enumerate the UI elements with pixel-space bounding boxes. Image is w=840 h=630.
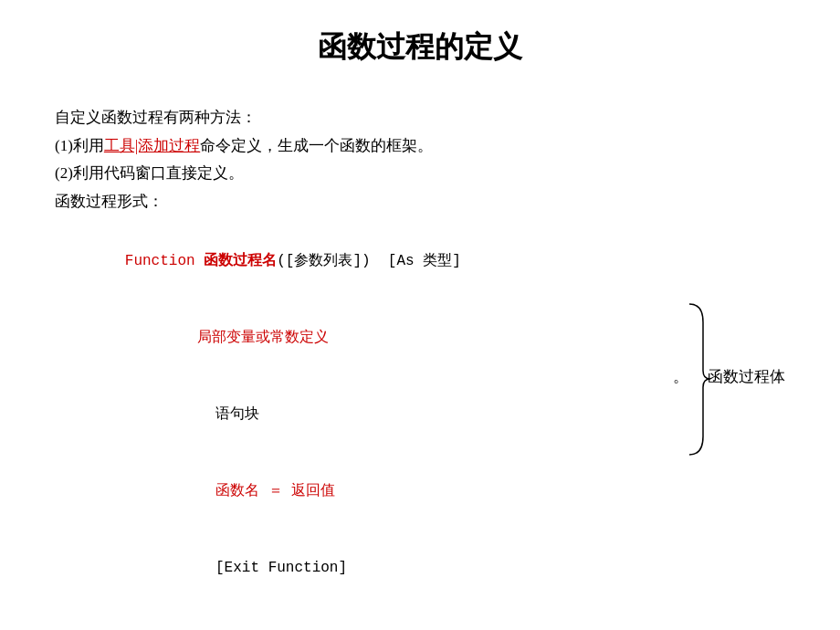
code-section: Function 函数过程名([参数列表]) [As 类型] 。 函数过程体 局… <box>55 223 785 630</box>
form-intro: 函数过程形式： <box>55 188 785 216</box>
code-line-exit: [Exit Function] <box>55 530 785 606</box>
code-line-assign1: 函数名 ＝ 返回值 <box>55 453 785 530</box>
intro-line1: 自定义函数过程有两种方法： <box>55 104 785 132</box>
tools-link: 工具|添加过程 <box>104 137 200 154</box>
page-title: 函数过程的定义 <box>55 27 785 68</box>
exit-text: [Exit Function] <box>215 560 347 576</box>
content-area: 自定义函数过程有两种方法： (1)利用工具|添加过程命令定义，生成一个函数的框架… <box>55 104 785 630</box>
func-params: ([参数列表]) [As 类型] <box>277 253 461 269</box>
stmt1-text: 语句块 <box>215 406 259 423</box>
method-line2: (2)利用代码窗口直接定义。 <box>55 160 785 188</box>
assign1-text: 函数名 ＝ 返回值 <box>215 483 335 499</box>
code-line-stmt2: 语句块 <box>55 606 785 630</box>
keyword-function: Function <box>125 253 204 269</box>
func-name-placeholder: 函数过程名 <box>204 253 277 269</box>
method-line1: (1)利用工具|添加过程命令定义，生成一个函数的框架。 <box>55 132 785 161</box>
page: 函数过程的定义 自定义函数过程有两种方法： (1)利用工具|添加过程命令定义，生… <box>0 0 840 630</box>
vars-text: 局部变量或常数定义 <box>197 330 329 346</box>
func-body-label: 。 函数过程体 <box>673 363 785 392</box>
bracket-container: 。 函数过程体 局部变量或常数定义 语句块 函数名 ＝ 返回值 [Exit Fu… <box>55 299 785 630</box>
code-line-function: Function 函数过程名([参数列表]) [As 类型] <box>55 223 785 299</box>
